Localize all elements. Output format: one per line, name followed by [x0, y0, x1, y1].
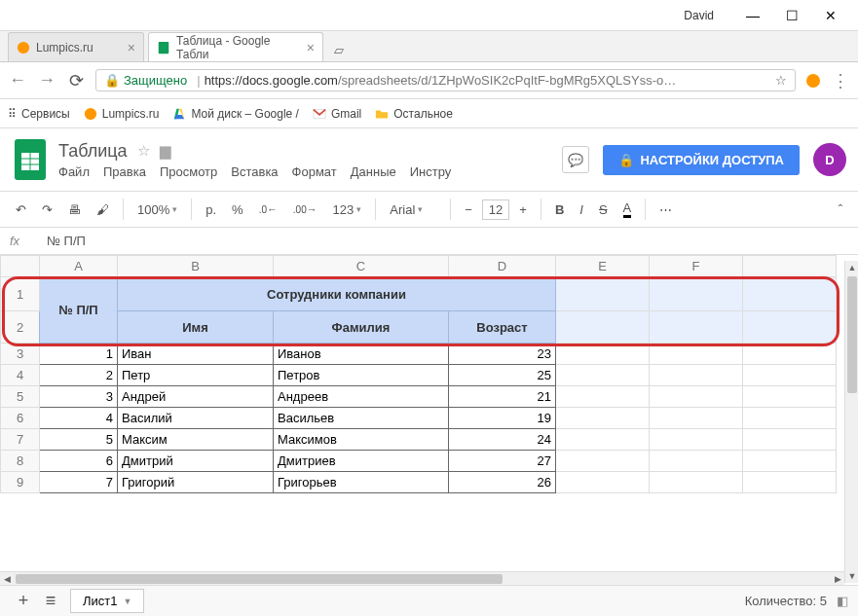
cell[interactable] [556, 429, 650, 451]
cell-id[interactable]: 6 [40, 451, 118, 472]
number-format-select[interactable]: 123 [327, 199, 368, 221]
cell[interactable] [743, 344, 837, 365]
new-tab-button[interactable]: ▱ [327, 38, 351, 61]
percent-button[interactable]: % [226, 199, 249, 221]
cell-surname[interactable]: Иванов [274, 344, 449, 365]
row-number[interactable]: 7 [1, 429, 40, 451]
cell-name[interactable]: Василий [118, 408, 274, 429]
font-select[interactable]: Arial [384, 199, 442, 221]
paint-format-button[interactable]: 🖌 [91, 199, 115, 221]
menu-edit[interactable]: Правка [103, 164, 146, 179]
column-header[interactable] [743, 256, 837, 277]
browser-menu-button[interactable]: ⋮ [831, 70, 850, 91]
row-number[interactable]: 6 [1, 408, 40, 429]
decrease-decimal-button[interactable]: .0← [253, 199, 283, 219]
row-number[interactable]: 3 [1, 344, 40, 365]
bold-button[interactable]: B [549, 199, 570, 221]
all-sheets-button[interactable]: ≡ [37, 591, 64, 611]
cell-age[interactable]: 27 [449, 451, 556, 472]
cell-age[interactable]: 25 [449, 365, 556, 386]
nav-reload-button[interactable]: ⟳ [66, 70, 86, 91]
cell[interactable] [743, 451, 837, 472]
font-size-input[interactable]: 12 [482, 199, 509, 220]
cell[interactable] [650, 408, 743, 429]
header-title[interactable]: Сотрудники компании [118, 277, 556, 311]
sheet-menu-icon[interactable]: ▼ [123, 597, 131, 606]
cell[interactable] [556, 386, 650, 408]
redo-button[interactable]: ↷ [36, 199, 58, 221]
undo-button[interactable]: ↶ [10, 199, 32, 221]
cell[interactable] [650, 277, 743, 311]
cell-surname[interactable]: Дмитриев [274, 451, 449, 472]
cell[interactable] [743, 386, 837, 408]
browser-tab-lumpics[interactable]: Lumpics.ru × [8, 32, 144, 61]
bookmark-drive[interactable]: Мой диск – Google / [172, 107, 299, 121]
cell-age[interactable]: 24 [449, 429, 556, 451]
cell[interactable] [556, 408, 650, 429]
status-count[interactable]: Количество: 5 [745, 594, 827, 608]
zoom-select[interactable]: 100% [131, 199, 183, 221]
menu-tools[interactable]: Инстру [410, 164, 452, 179]
cell-id[interactable]: 3 [40, 386, 118, 408]
window-close-button[interactable]: ✕ [811, 2, 850, 29]
row-number[interactable]: 1 [1, 277, 40, 311]
bookmark-lumpics[interactable]: Lumpics.ru [84, 107, 160, 121]
cell-surname[interactable]: Андреев [274, 386, 449, 408]
cell-name[interactable]: Дмитрий [118, 451, 274, 472]
font-size-increase[interactable]: + [513, 199, 533, 221]
row-number[interactable]: 4 [1, 365, 40, 386]
cell-age[interactable]: 26 [449, 472, 556, 493]
cell-id[interactable]: 2 [40, 365, 118, 386]
menu-data[interactable]: Данные [351, 164, 396, 179]
more-toolbar-button[interactable]: ⋯ [653, 199, 678, 221]
text-color-button[interactable]: A [617, 197, 638, 222]
print-button[interactable]: 🖶 [62, 199, 87, 221]
cell[interactable] [650, 386, 743, 408]
vertical-scrollbar[interactable]: ▲ ▼ [844, 261, 858, 583]
bookmark-apps[interactable]: ⠿Сервисы [8, 107, 70, 121]
cell[interactable] [743, 277, 837, 311]
cell[interactable] [743, 429, 837, 451]
user-avatar[interactable]: D [813, 143, 846, 176]
tab-close-icon[interactable]: × [301, 40, 315, 55]
window-minimize-button[interactable]: — [733, 2, 772, 29]
column-header[interactable]: B [118, 256, 274, 277]
scroll-left-icon[interactable]: ◀ [0, 572, 14, 586]
cell[interactable] [556, 277, 650, 311]
comments-button[interactable]: 💬 [562, 146, 589, 173]
window-maximize-button[interactable]: ☐ [772, 2, 811, 29]
select-all-corner[interactable] [1, 256, 40, 277]
cell-surname[interactable]: Григорьев [274, 472, 449, 493]
scroll-right-icon[interactable]: ▶ [831, 572, 844, 586]
share-button[interactable]: 🔒НАСТРОЙКИ ДОСТУПА [603, 145, 800, 175]
strike-button[interactable]: S [593, 199, 614, 221]
tab-close-icon[interactable]: × [122, 40, 135, 55]
cell[interactable] [743, 311, 837, 344]
star-icon[interactable]: ☆ [137, 142, 150, 160]
scroll-down-icon[interactable]: ▼ [845, 569, 858, 583]
row-number[interactable]: 2 [1, 311, 40, 344]
folder-move-icon[interactable]: ▆ [160, 142, 171, 160]
header-surname[interactable]: Фамилия [274, 311, 449, 344]
cell-surname[interactable]: Васильев [274, 408, 449, 429]
cell-age[interactable]: 23 [449, 344, 556, 365]
cell-id[interactable]: 4 [40, 408, 118, 429]
browser-tab-sheets[interactable]: Таблица - Google Табли × [148, 32, 323, 61]
cell-surname[interactable]: Петров [274, 365, 449, 386]
currency-button[interactable]: р. [200, 199, 222, 221]
bookmark-star-icon[interactable]: ☆ [775, 73, 787, 88]
cell[interactable] [556, 344, 650, 365]
formula-input[interactable]: № П/П [47, 234, 86, 248]
cell-name[interactable]: Петр [118, 365, 274, 386]
cell[interactable] [556, 365, 650, 386]
row-number[interactable]: 9 [1, 472, 40, 493]
sheets-logo-icon[interactable] [12, 136, 49, 183]
url-input[interactable]: 🔒 Защищено | https://docs.google.com/spr… [95, 69, 796, 91]
scroll-thumb[interactable] [16, 574, 503, 584]
cell[interactable] [743, 365, 837, 386]
scroll-thumb[interactable] [847, 276, 857, 393]
column-header[interactable]: E [556, 256, 650, 277]
cell[interactable] [743, 472, 837, 493]
cell[interactable] [650, 472, 743, 493]
cell[interactable] [650, 311, 743, 344]
